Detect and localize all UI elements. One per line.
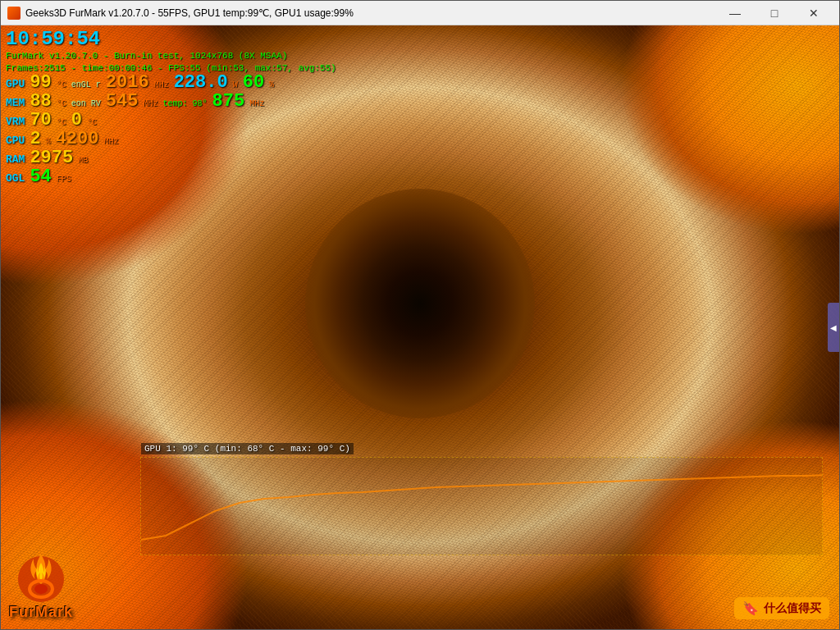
close-button[interactable]: ✕ — [795, 1, 833, 25]
mem-label: MEM — [6, 98, 25, 110]
ogl-fps-value: 54 — [30, 168, 51, 186]
render-viewport: 10:59:54 FurMark v1.20.7.0 - Burn-in tes… — [1, 25, 839, 629]
watermark-text: 什么值得买 — [764, 601, 821, 616]
vrm-stats-row: VRM 70 °C 0 °C — [6, 112, 834, 130]
gpu-renderer-info: enGL r — [71, 80, 101, 90]
mem-stats-row: MEM 88 °C eon RV 545 MHz temp: 98° 875 M… — [6, 93, 834, 111]
cpu-mhz-value: 4200 — [56, 130, 99, 148]
vrm-temp-unit: °C — [57, 118, 66, 128]
gpu-temp-chart-svg — [141, 458, 822, 555]
maximize-button[interactable]: □ — [756, 1, 793, 25]
hud-overlay: 10:59:54 FurMark v1.20.7.0 - Burn-in tes… — [1, 25, 839, 190]
cpu-mhz-unit: MHz — [103, 137, 118, 147]
mem-card-info: eon RV — [71, 98, 101, 109]
vrm-temp2-unit: °C — [87, 118, 97, 128]
gpu-usage-unit: % — [269, 80, 274, 90]
gpu-watts-unit: W — [233, 80, 238, 90]
mem-temp-detail: temp: 98° — [163, 98, 208, 109]
app-icon — [7, 7, 21, 20]
info-line-1: FurMark v1.20.7.0 - Burn-in test, 1024x7… — [6, 50, 834, 62]
ogl-label: OGL — [6, 173, 25, 185]
gpu-stats-row: GPU 99 °C enGL r 2016 MHz 228.0 W 60 % — [6, 74, 834, 92]
fire-logo-icon — [12, 546, 70, 604]
ogl-fps-unit: FPS — [57, 175, 71, 185]
cpu-label: CPU — [6, 135, 25, 148]
titlebar: Geeks3D FurMark v1.20.7.0 - 55FPS, GPU1 … — [1, 1, 839, 25]
gpu-mhz-unit: MHz — [154, 80, 169, 90]
mem-mhz-unit: MHz — [143, 98, 158, 108]
gpu-label: GPU — [6, 79, 25, 91]
mem-mhz2-unit: MHz — [249, 99, 264, 109]
main-window: Geeks3D FurMark v1.20.7.0 - 55FPS, GPU1 … — [0, 0, 840, 630]
watermark-icon: 🔖 — [742, 600, 759, 616]
svg-point-2 — [34, 584, 48, 594]
ram-stats-row: RAM 2975 MB — [6, 149, 834, 167]
watermark-badge: 🔖 什么值得买 — [734, 597, 829, 619]
gpu-mhz-value: 2016 — [106, 74, 149, 92]
center-vortex — [305, 189, 535, 418]
minimize-button[interactable]: — — [716, 1, 754, 25]
vrm-temp-value: 70 — [30, 112, 51, 130]
window-title: Geeks3D FurMark v1.20.7.0 - 55FPS, GPU1 … — [25, 7, 716, 19]
ram-label: RAM — [6, 154, 25, 167]
mem-mhz2-value: 875 — [212, 93, 245, 111]
gpu-watts-value: 228.0 — [174, 74, 228, 92]
gpu-temp-unit: °C — [57, 80, 66, 90]
furmark-logo: FurMark — [9, 546, 73, 621]
side-panel-toggle[interactable]: ◀ — [828, 303, 839, 352]
gpu-chart-label: GPU 1: 99° C (min: 68° C - max: 99° C) — [141, 443, 354, 454]
mem-temp-unit: °C — [57, 99, 66, 109]
ogl-stats-row: OGL 54 FPS — [6, 168, 834, 186]
gpu-temp-value: 99 — [30, 74, 51, 92]
ram-value: 2975 — [30, 149, 73, 167]
window-controls: — □ ✕ — [716, 1, 833, 25]
cpu-stats-row: CPU 2 % 4200 MHz — [6, 130, 834, 148]
mem-mhz-value: 545 — [106, 93, 139, 111]
time-display: 10:59:54 — [6, 29, 834, 50]
gpu-usage-percent: 60 — [243, 74, 264, 92]
vrm-temp2-value: 0 — [71, 112, 82, 130]
vrm-label: VRM — [6, 116, 25, 129]
mem-temp-value: 88 — [30, 93, 51, 111]
furmark-logo-text: FurMark — [9, 604, 73, 621]
gpu-temp-chart: GPU 1: 99° C (min: 68° C - max: 99° C) — [140, 457, 823, 555]
cpu-usage-value: 2 — [30, 130, 40, 148]
cpu-usage-unit: % — [46, 137, 51, 147]
ram-unit: MB — [78, 156, 88, 166]
